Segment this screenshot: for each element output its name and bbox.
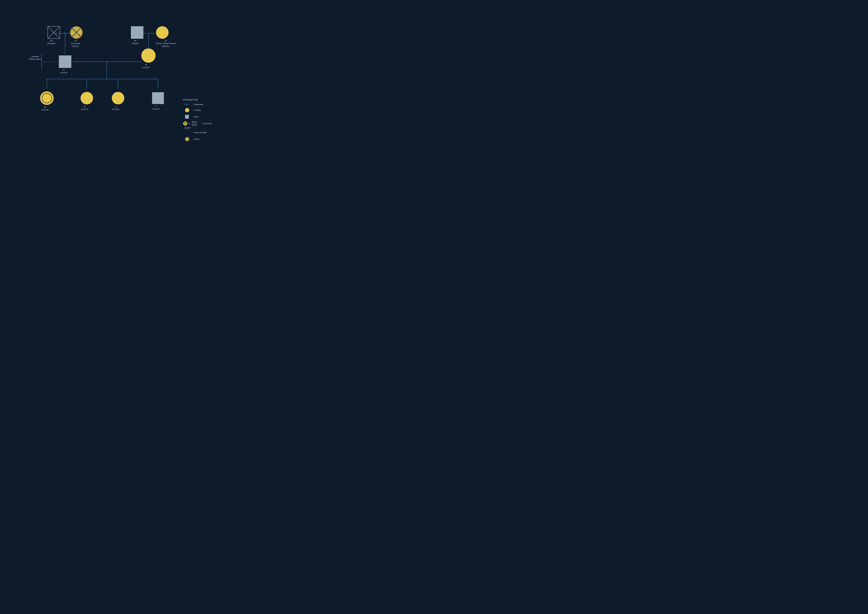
- separated-symbol: [183, 103, 191, 106]
- key-label-alive-well: = Alive and Well: [193, 132, 206, 134]
- genogram-key: Genogram Key = Separated = Female: [183, 98, 212, 143]
- svg-rect-21: [131, 26, 143, 39]
- svg-rect-29: [152, 92, 164, 104]
- svg-point-34: [185, 108, 189, 112]
- key-label-client: = Client: [193, 138, 200, 140]
- svg-rect-35: [185, 115, 189, 119]
- key-item-female: = Female: [183, 107, 212, 113]
- deceased-symbol: or: [183, 121, 200, 126]
- key-item-alive-well: = Alive and Well: [183, 130, 212, 135]
- paternal-grandmother-label: 73(ColorectalCancer): [71, 40, 80, 48]
- key-alive-well-sublabel: A and W: [184, 127, 212, 129]
- genogram-container: 90(Old Age) 73(ColorectalCancer) Unknown…: [0, 0, 217, 154]
- maternal-grandmother-label: 70Chronic Kidney DiseaseDiabetes: [155, 40, 176, 48]
- svg-rect-23: [59, 56, 71, 68]
- father-label: 47A and W: [60, 69, 67, 74]
- key-item-male: = Male: [183, 114, 212, 119]
- child3-label: 8A and W: [112, 106, 119, 111]
- key-label-female: = Female: [193, 109, 201, 111]
- child4-label: 6A and W: [152, 105, 160, 110]
- child2-label: 15A and W: [81, 106, 88, 111]
- key-label-male: = Male: [193, 116, 198, 118]
- child1-label: 19A and W: [41, 106, 49, 111]
- key-item-deceased: or = Deceased: [183, 121, 212, 126]
- key-item-separated: = Separated: [183, 103, 212, 106]
- key-label-separated: = Separated: [193, 103, 203, 106]
- unknown-sibling-label: UnknownSibling History: [29, 55, 41, 61]
- female-symbol: [183, 107, 191, 113]
- client-symbol: [183, 137, 191, 142]
- key-label-deceased: = Deceased: [202, 123, 212, 124]
- svg-point-27: [81, 92, 93, 104]
- male-symbol: [183, 114, 191, 119]
- maternal-grandfather-label: 80Asthma: [132, 40, 138, 45]
- paternal-grandfather-label: 90(Old Age): [47, 40, 55, 45]
- mother-label: 43A and W: [143, 64, 150, 69]
- svg-point-24: [141, 49, 155, 62]
- key-title: Genogram Key: [183, 98, 212, 101]
- alive-well-symbol: [183, 130, 191, 135]
- svg-point-22: [156, 26, 168, 39]
- key-item-client: = Client: [183, 137, 212, 142]
- svg-text:or: or: [188, 123, 190, 124]
- svg-point-25: [40, 92, 53, 105]
- svg-point-28: [112, 92, 124, 104]
